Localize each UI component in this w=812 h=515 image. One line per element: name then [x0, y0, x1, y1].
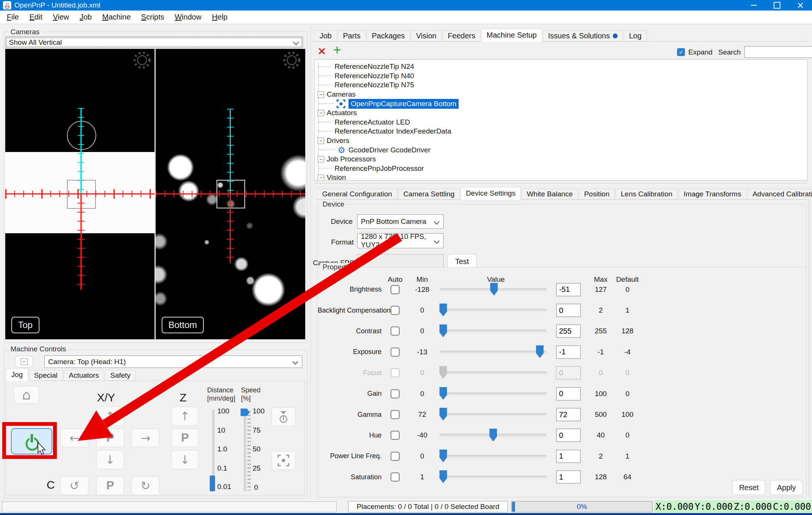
menu-item-scripts[interactable]: Scripts	[136, 13, 170, 21]
reset-button[interactable]: Reset	[732, 480, 765, 495]
value-slider[interactable]	[439, 476, 547, 479]
tree-item[interactable]: ReferenceNozzleTip N40	[315, 71, 807, 81]
capture-fps-input[interactable]	[357, 254, 444, 269]
search-input[interactable]	[744, 46, 812, 58]
park-z-button[interactable]	[271, 407, 295, 426]
home-button[interactable]: ⌂	[14, 386, 39, 404]
value-input[interactable]	[556, 304, 581, 317]
value-slider[interactable]	[439, 434, 547, 437]
auto-checkbox[interactable]	[391, 410, 400, 419]
slider-thumb[interactable]	[439, 450, 447, 462]
menu-item-window[interactable]: Window	[170, 13, 207, 21]
tab-job[interactable]: Job	[314, 30, 337, 41]
auto-checkbox[interactable]	[391, 306, 400, 315]
tab-general-configuration[interactable]: General Configuration	[317, 189, 397, 199]
slider-thumb[interactable]	[439, 324, 447, 337]
tree-item[interactable]: ReferenceNozzleTip N24	[315, 62, 807, 71]
collapse-node-icon[interactable]: −	[318, 91, 324, 98]
tree-item[interactable]: ReferenceNozzleTip N75	[315, 81, 807, 90]
menu-item-machine[interactable]: Machine	[97, 13, 136, 21]
value-slider[interactable]	[439, 309, 547, 312]
auto-checkbox[interactable]	[391, 452, 400, 461]
menu-item-help[interactable]: Help	[207, 13, 233, 21]
test-button[interactable]: Test	[447, 254, 477, 269]
tab-white-balance[interactable]: White Balance	[521, 189, 578, 199]
auto-checkbox[interactable]	[391, 431, 400, 440]
collapse-node-icon[interactable]: −	[318, 156, 324, 163]
tab-camera-settling[interactable]: Camera Settling	[398, 189, 460, 199]
value-slider[interactable]	[439, 455, 547, 458]
value-slider[interactable]	[439, 351, 547, 354]
tab-position[interactable]: Position	[579, 189, 615, 199]
auto-checkbox[interactable]	[391, 285, 400, 294]
expand-checkbox[interactable]	[677, 48, 685, 56]
tab-special[interactable]: Special	[29, 370, 63, 381]
jog-z-plus-button[interactable]: ↑	[171, 407, 198, 425]
menu-item-edit[interactable]: Edit	[24, 13, 47, 21]
auto-checkbox[interactable]	[391, 389, 400, 398]
value-slider[interactable]	[439, 413, 547, 416]
slider-thumb[interactable]	[490, 283, 498, 296]
tab-advanced-calibration[interactable]: Advanced Calibration	[747, 189, 812, 199]
tree-item[interactable]: ⚙GcodeDriver GcodeDriver	[315, 145, 807, 155]
jog-z-minus-button[interactable]: ↓	[171, 450, 198, 469]
head-selector[interactable]: Camera: Top (Head: H1)	[44, 355, 302, 368]
tree-item[interactable]: ReferenceActuator LED	[315, 118, 807, 127]
value-slider[interactable]	[439, 330, 547, 333]
power-button[interactable]	[11, 428, 52, 454]
tree-item[interactable]: ReferencePnpJobProcessor	[315, 164, 807, 173]
value-slider[interactable]	[439, 288, 547, 291]
value-input[interactable]	[556, 428, 581, 442]
tree-item[interactable]: −Drivers	[315, 136, 807, 146]
tab-lens-calibration[interactable]: Lens Calibration	[615, 189, 677, 199]
jog-y-minus-button[interactable]: ↓	[96, 450, 124, 469]
position-camera-xy-button[interactable]: P	[96, 428, 124, 447]
machine-setup-tree[interactable]: ReferenceNozzleTip N24ReferenceNozzleTip…	[314, 59, 807, 181]
apply-button[interactable]: Apply	[770, 480, 803, 495]
auto-checkbox[interactable]	[391, 472, 400, 482]
tab-feeders[interactable]: Feeders	[442, 30, 480, 41]
menu-item-job[interactable]: Job	[74, 13, 97, 21]
tab-device-settings[interactable]: Device Settings	[461, 187, 521, 200]
camera-view-top[interactable]: Top	[5, 49, 155, 339]
tab-log[interactable]: Log	[624, 30, 647, 41]
rotate-ccw-button[interactable]: ↺	[61, 476, 88, 495]
slider-thumb[interactable]	[536, 345, 544, 358]
slider-thumb[interactable]	[439, 304, 447, 316]
slider-thumb[interactable]	[439, 387, 447, 400]
close-button[interactable]: ×	[789, 0, 812, 11]
collapse-node-icon[interactable]: −	[318, 175, 324, 181]
tab-issues-solutions[interactable]: Issues & Solutions	[543, 30, 623, 41]
slider-thumb[interactable]	[439, 470, 447, 483]
tab-parts[interactable]: Parts	[338, 30, 366, 41]
value-input[interactable]	[556, 283, 581, 296]
value-input[interactable]	[556, 387, 581, 401]
minimize-button[interactable]	[742, 0, 765, 11]
tab-safety[interactable]: Safety	[105, 370, 136, 381]
tab-packages[interactable]: Packages	[367, 30, 410, 41]
tree-item[interactable]: −Vision	[315, 173, 807, 181]
distance-slider-thumb[interactable]	[210, 476, 215, 491]
collapse-node-icon[interactable]: −	[318, 138, 324, 144]
camera-view-selector[interactable]: Show All Vertical	[5, 36, 303, 48]
menu-item-file[interactable]: File	[2, 13, 24, 21]
value-input[interactable]	[556, 324, 581, 338]
jog-y-plus-button[interactable]: ↑	[96, 407, 124, 425]
tree-item[interactable]: −Job Processors	[315, 155, 807, 164]
maximize-button[interactable]	[765, 0, 789, 11]
tab-jog[interactable]: Jog	[6, 368, 28, 381]
tab-vision[interactable]: Vision	[411, 30, 442, 41]
value-input[interactable]	[556, 470, 581, 484]
format-select[interactable]: 1280 x 720, 10 FPS, YUY2	[357, 233, 444, 248]
position-camera-button[interactable]	[271, 451, 295, 470]
value-input[interactable]	[556, 345, 581, 359]
rotate-cw-button[interactable]: ↻	[132, 476, 159, 495]
tab-machine-setup[interactable]: Machine Setup	[481, 29, 542, 42]
value-input[interactable]	[556, 450, 581, 463]
auto-checkbox[interactable]	[391, 327, 400, 336]
value-slider[interactable]	[439, 392, 547, 395]
tree-item[interactable]: OpenPnpCaptureCamera Bottom	[315, 99, 807, 108]
delete-item-button[interactable]: ×	[317, 44, 326, 57]
device-select[interactable]: PnP Bottom Camera	[357, 214, 444, 229]
position-camera-c-button[interactable]: P	[96, 476, 124, 495]
